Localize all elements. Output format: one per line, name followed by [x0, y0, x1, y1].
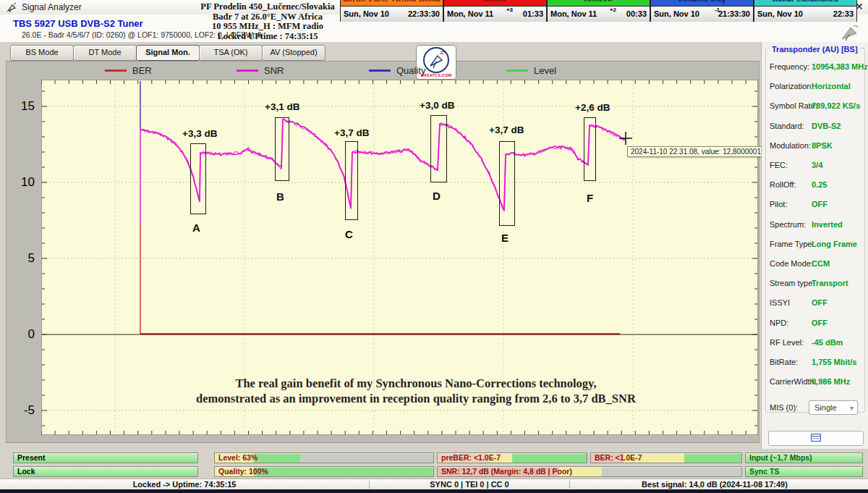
clock-name: Moscow	[548, 0, 650, 7]
tp-label-0: Frequency:	[770, 62, 809, 71]
clock-3: London, EngSun, Nov 10-121:33:30	[650, 0, 754, 22]
ytick--5: -5	[10, 403, 35, 418]
status-sync: SYNC 0 | TEI 0 | CC 0	[370, 480, 569, 489]
status-uptime: Locked -> Uptime: 74:35:15	[0, 480, 369, 489]
status-bar: Locked -> Uptime: 74:35:15 SYNC 0 | TEI …	[0, 479, 868, 490]
sidebar-action-button[interactable]	[768, 431, 864, 446]
clock-time: 01:33	[523, 9, 543, 18]
tp-label-16: CarrierWidth:	[770, 377, 817, 386]
tp-value-12: OFF	[812, 298, 827, 307]
mis-dropdown[interactable]: Single ▾	[809, 400, 858, 415]
gain-box-E	[499, 141, 515, 226]
gain-label-E: +3,7 dB	[489, 125, 524, 135]
clock-utc-offset: +2	[610, 7, 616, 13]
clock-date: Mon, Nov 11	[550, 9, 597, 18]
signal-analyzer-window: { "window": {"title": "Signal Analyzer",…	[0, 0, 868, 493]
site-header-line4: Locked UPtime : 74:35:15	[192, 32, 344, 42]
tp-value-7: OFF	[812, 200, 827, 208]
tp-label-15: BitRate:	[770, 358, 798, 366]
clock-0: Berlin-Paris-Vienna-RomaSun, Nov 1022:33…	[340, 0, 443, 22]
clock-date: Sun, Nov 10	[344, 9, 389, 18]
clock-name: Rabat-Casablanca	[754, 0, 856, 7]
taskbar-edge	[0, 489, 868, 493]
tab-av-stopped-[interactable]: AV (Stopped)	[262, 45, 326, 61]
tp-value-6: 0.25	[812, 180, 827, 189]
gain-letter-D: D	[433, 190, 441, 202]
clock-time-row: Mon, Nov 11+200:33	[548, 7, 650, 22]
ytick-0: 0	[10, 327, 35, 342]
site-header: PF Prodelin 450_Lučenec/Slovakia Badr 7 …	[192, 2, 344, 41]
tp-label-10: Code Mode:	[770, 259, 813, 268]
legend-label-level: Level	[534, 65, 556, 76]
tp-label-13: NPD:	[770, 319, 788, 327]
clock-time-row: Sun, Nov 1022:33:30	[341, 7, 443, 22]
tp-value-14: -45 dBm	[812, 338, 843, 347]
gain-label-F: +2,6 dB	[575, 102, 610, 113]
legend-label-quality: Quality	[396, 65, 425, 76]
tp-label-12: ISSYI	[770, 298, 790, 307]
quality-meter: Quality: 100%	[214, 466, 434, 477]
logo-dish-icon	[423, 47, 449, 73]
tp-label-9: Frame Type:	[770, 240, 814, 248]
clock-4: Rabat-CasablancaSun, Nov 1022:33	[754, 0, 857, 22]
tp-value-10: CCM	[812, 259, 830, 268]
ber-meter: BER: <1.0E-7	[590, 452, 742, 463]
banner-line2: demonstrated as an improvement in recept…	[127, 391, 705, 406]
tab-dt-mode[interactable]: DT Mode	[73, 45, 137, 61]
site-header-line1: PF Prodelin 450_Lučenec/Slovakia	[192, 2, 344, 12]
mis-value: Single	[814, 403, 837, 412]
gain-label-C: +3,7 dB	[334, 127, 369, 138]
tp-value-0: 10954,383 MHz	[812, 62, 868, 71]
tp-value-3: DVB-S2	[812, 122, 841, 130]
ytick-15: 15	[10, 99, 35, 114]
tp-label-14: RF Level:	[770, 338, 804, 347]
gain-box-C	[345, 141, 358, 220]
gain-letter-C: C	[345, 228, 353, 240]
tp-label-11: Stream type:	[770, 279, 814, 287]
tab-signal-mon-[interactable]: Signal Mon.	[136, 45, 200, 61]
legend-dash-snr	[237, 69, 258, 72]
mis-label: MIS (0):	[770, 403, 798, 412]
clock-name: London, Eng	[651, 0, 753, 7]
tp-value-2: 789,922 KS/s	[812, 101, 860, 110]
status-best-signal: Best signal: 14,0 dB (2024-11-08 17:49)	[570, 480, 859, 489]
tp-label-7: Pilot:	[770, 200, 787, 208]
snr-meter: SNR: 12,7 dB (Margin: 4,8 dB | Poor)	[437, 466, 742, 477]
site-header-line3: 10 955 MHz_H : MFM radio	[192, 22, 344, 32]
tp-label-1: Polarization:	[770, 82, 814, 90]
tuner-name: TBS 5927 USB DVB-S2 Tuner	[13, 18, 143, 29]
clock-time-row: Sun, Nov 1022:33	[754, 7, 856, 22]
list-icon	[811, 434, 821, 442]
tp-label-6: RollOff:	[770, 180, 796, 189]
lock-meter: Lock	[13, 466, 198, 477]
gain-label-D: +3,0 dB	[420, 100, 454, 111]
tab-tsa-ok-[interactable]: TSA (OK)	[199, 45, 263, 61]
syncts-meter: Sync TS	[745, 466, 863, 477]
window-title: Signal Analyzer	[22, 2, 82, 12]
tp-value-16: 0,986 MHz	[812, 377, 850, 386]
clock-1: DubaiMon, Nov 11+301:33	[443, 0, 547, 22]
clock-utc-offset: +3	[506, 7, 513, 13]
clock-name: Berlin-Paris-Vienna-Roma	[341, 0, 443, 7]
tp-label-4: Modulation:	[770, 141, 811, 150]
legend-dash-ber	[105, 69, 127, 72]
tp-value-1: Horizontal	[812, 82, 851, 90]
tp-value-8: Inverted	[812, 220, 843, 229]
tp-label-5: FEC:	[770, 161, 788, 169]
clock-time: 22:33:30	[408, 9, 440, 18]
transponder-title: Transponder (AU) [BS]	[770, 45, 860, 54]
tab-bs-mode[interactable]: BS Mode	[10, 45, 74, 61]
legend-label-ber: BER	[132, 65, 152, 76]
clock-2: MoscowMon, Nov 11+200:33	[547, 0, 650, 22]
ytick-5: 5	[10, 251, 35, 266]
satellite-dish-icon	[839, 22, 859, 42]
legend-dash-level	[506, 69, 528, 72]
tp-label-2: Symbol Rate:	[770, 101, 817, 110]
preber-meter: preBER: <1.0E-7	[437, 452, 587, 463]
tp-label-8: Spectrum:	[770, 220, 806, 229]
present-meter: Present	[13, 452, 198, 463]
app-dish-icon	[7, 2, 17, 13]
clock-name: Dubai	[444, 0, 546, 7]
clock-date: Sun, Nov 10	[654, 9, 699, 18]
clock-time-row: Sun, Nov 10-121:33:30	[651, 7, 753, 22]
